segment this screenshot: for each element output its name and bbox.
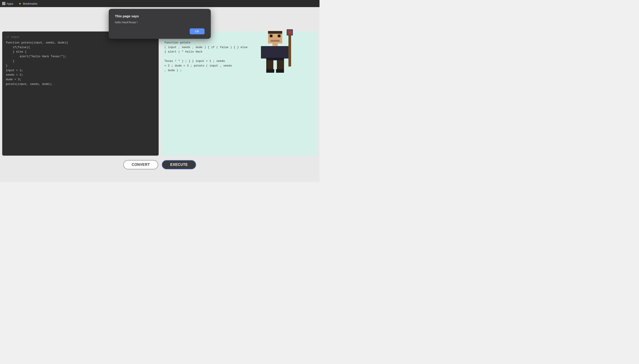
svg-rect-1 — [270, 34, 272, 37]
input-panel[interactable]: // Input function potato(input, seeds, d… — [2, 32, 159, 156]
svg-rect-5 — [272, 44, 278, 46]
apps-label[interactable]: Apps — [7, 2, 13, 5]
svg-rect-17 — [288, 31, 291, 34]
input-code[interactable]: function potato(input, seeds, dude){ if(… — [6, 40, 155, 87]
bookmarks-label[interactable]: Bookmarks — [23, 2, 38, 5]
alert-dialog: This page says hello HackTexas ! OK — [109, 9, 211, 39]
svg-rect-12 — [261, 46, 266, 58]
pixel-character — [257, 29, 293, 78]
svg-rect-14 — [288, 31, 291, 66]
svg-rect-4 — [268, 31, 282, 34]
browser-bar: Apps ★ Bookmarks — [0, 0, 320, 7]
svg-rect-11 — [276, 69, 284, 73]
bookmarks-star-icon: ★ — [19, 2, 21, 5]
alert-message: hello HackTexas ! — [115, 20, 205, 24]
apps-grid-icon — [2, 2, 5, 5]
convert-button[interactable]: CONVERT — [123, 160, 158, 169]
alert-title: This page says — [115, 14, 205, 18]
output-panel[interactable]: // Output function potato ( input , seed… — [161, 32, 317, 156]
svg-rect-3 — [271, 40, 279, 42]
svg-rect-10 — [266, 69, 274, 73]
svg-rect-2 — [278, 34, 280, 37]
svg-rect-7 — [266, 58, 284, 60]
buttons-row: CONVERT EXECUTE — [123, 160, 196, 169]
alert-ok-button[interactable]: OK — [190, 28, 205, 34]
execute-button[interactable]: EXECUTE — [162, 160, 196, 169]
main-content: This page says hello HackTexas ! OK // I… — [0, 7, 320, 182]
apps-nav[interactable]: Apps — [2, 2, 13, 5]
